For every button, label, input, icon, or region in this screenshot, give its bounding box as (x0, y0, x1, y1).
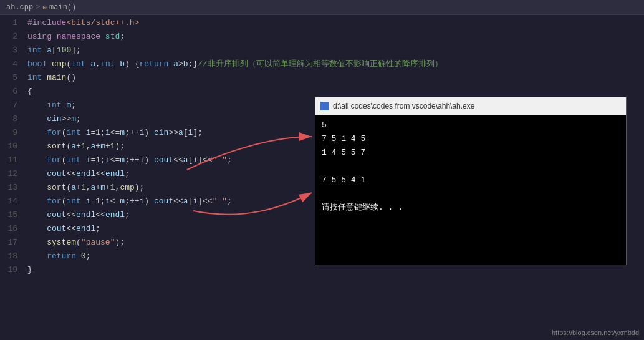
watermark: https://blog.csdn.net/yxmbdd (552, 329, 639, 336)
terminal-line: 5 (322, 119, 620, 132)
terminal-line (322, 160, 620, 173)
breadcrumb-icon: ⊙ (42, 3, 47, 11)
terminal-line: 1 4 5 5 7 (322, 146, 620, 160)
terminal-line: 7 5 5 4 1 (322, 173, 620, 187)
terminal-icon (320, 102, 329, 110)
breadcrumb: ah.cpp > ⊙ main() (0, 0, 644, 15)
breadcrumb-sep1: > (36, 3, 40, 12)
terminal-line: 7 5 1 4 5 (322, 132, 620, 146)
code-line-4: bool cmp(int a,int b) {return a>b;}//非升序… (27, 57, 644, 71)
code-line-5: int main() (27, 71, 644, 85)
terminal-content: 57 5 1 4 51 4 5 5 7 7 5 5 4 1 请按任意键继续. .… (315, 115, 626, 218)
code-line-3: int a[100]; (27, 44, 644, 57)
terminal-titlebar: d:\all codes\codes from vscode\ahh\ah.ex… (315, 97, 626, 115)
code-line-19: } (27, 263, 644, 277)
terminal-line (322, 187, 620, 201)
line-numbers: 12345678910111213141516171819 (0, 15, 22, 340)
breadcrumb-function: main() (49, 3, 76, 12)
terminal-popup: d:\all codes\codes from vscode\ahh\ah.ex… (315, 97, 627, 265)
breadcrumb-file: ah.cpp (6, 3, 33, 12)
terminal-title: d:\all codes\codes from vscode\ahh\ah.ex… (333, 102, 474, 110)
code-line-2: using namespace std; (27, 30, 644, 44)
editor-container: ah.cpp > ⊙ main() 1234567891011121314151… (0, 0, 644, 340)
code-line-1: #include<bits/stdc++.h> (27, 16, 644, 30)
terminal-line: 请按任意键继续. . . (322, 201, 620, 215)
